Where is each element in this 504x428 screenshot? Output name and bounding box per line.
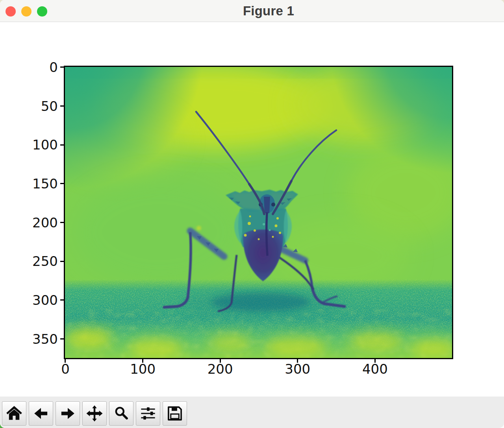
image-plot-axes[interactable] xyxy=(64,66,453,359)
y-tick-mark xyxy=(60,144,64,146)
window-title: Figure 1 xyxy=(0,0,504,22)
y-tick-label: 50 xyxy=(9,100,58,113)
y-tick-mark xyxy=(60,261,64,262)
back-arrow-icon xyxy=(32,405,50,422)
save-button[interactable] xyxy=(163,401,187,426)
y-tick-mark xyxy=(60,66,64,68)
configure-subplots-button[interactable] xyxy=(136,401,160,426)
y-tick-label: 100 xyxy=(9,138,58,151)
y-tick-label: 250 xyxy=(9,255,58,268)
x-tick-label: 300 xyxy=(270,362,325,376)
x-tick-label: 200 xyxy=(193,362,248,376)
home-icon xyxy=(6,405,23,422)
y-tick-label: 300 xyxy=(9,293,58,307)
forward-arrow-icon xyxy=(59,405,76,422)
x-tick-label: 0 xyxy=(38,362,93,376)
back-button[interactable] xyxy=(29,401,53,426)
y-tick-label: 350 xyxy=(9,332,58,346)
x-tick-label: 100 xyxy=(115,362,170,376)
y-tick-mark xyxy=(60,183,64,184)
sliders-icon xyxy=(139,405,157,422)
forward-button[interactable] xyxy=(56,401,80,426)
y-tick-mark xyxy=(60,338,64,339)
figure-window: Figure 1 xyxy=(0,0,504,428)
magnifier-icon xyxy=(113,405,130,422)
viridis-image xyxy=(65,67,452,358)
y-tick-label: 150 xyxy=(9,177,58,190)
navigation-toolbar: x=349.4 y=174.9 [0.604] xyxy=(0,397,504,428)
y-tick-mark xyxy=(60,105,64,107)
pan-arrows-icon xyxy=(86,405,103,422)
zoom-button[interactable] xyxy=(109,401,133,426)
y-tick-mark xyxy=(60,299,64,301)
y-tick-mark xyxy=(60,222,64,223)
pan-button[interactable] xyxy=(82,401,107,426)
y-tick-label: 0 xyxy=(9,61,58,74)
y-tick-label: 200 xyxy=(9,216,58,229)
titlebar[interactable]: Figure 1 xyxy=(0,0,504,22)
home-button[interactable] xyxy=(2,401,26,426)
floppy-save-icon xyxy=(166,405,183,422)
x-tick-label: 400 xyxy=(347,362,402,376)
